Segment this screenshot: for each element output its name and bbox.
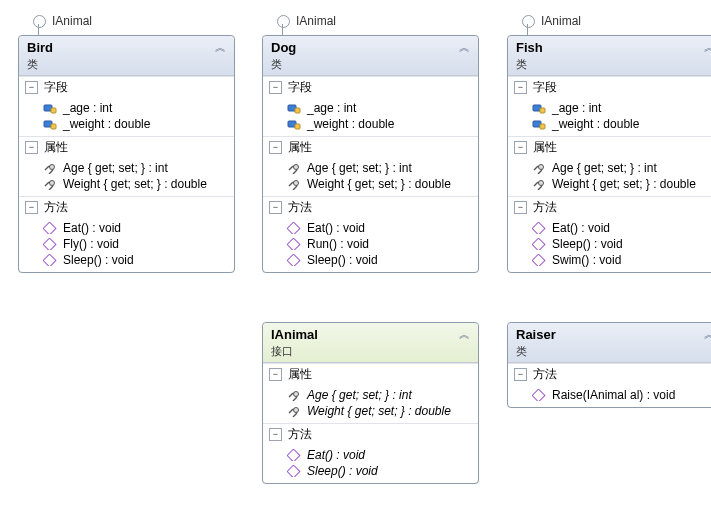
svg-point-22 xyxy=(539,165,544,170)
toggle-minus-icon[interactable]: − xyxy=(269,201,282,214)
toggle-minus-icon[interactable]: − xyxy=(269,368,282,381)
toggle-minus-icon[interactable]: − xyxy=(269,81,282,94)
section-members: Raise(IAnimal al) : void xyxy=(508,385,711,407)
section-header-properties[interactable]: −属性 xyxy=(263,363,478,385)
member-row[interactable]: Eat() : void xyxy=(19,220,234,236)
section-header-fields[interactable]: −字段 xyxy=(263,76,478,98)
svg-rect-16 xyxy=(287,238,300,250)
member-row[interactable]: Eat() : void xyxy=(263,220,478,236)
member-row[interactable]: Fly() : void xyxy=(19,236,234,252)
member-text: _weight : double xyxy=(552,117,639,131)
member-row[interactable]: Sleep() : void xyxy=(263,252,478,268)
section-header-methods[interactable]: −方法 xyxy=(508,363,711,385)
member-row[interactable]: Age { get; set; } : int xyxy=(508,160,711,176)
toggle-minus-icon[interactable]: − xyxy=(269,141,282,154)
member-row[interactable]: Weight { get; set; } : double xyxy=(19,176,234,192)
method-icon xyxy=(532,221,546,235)
member-row[interactable]: _weight : double xyxy=(508,116,711,132)
toggle-minus-icon[interactable]: − xyxy=(25,81,38,94)
field-icon xyxy=(287,101,301,115)
member-row[interactable]: _age : int xyxy=(508,100,711,116)
class-box-ianimal[interactable]: IAnimal接口︽−属性Age { get; set; } : intWeig… xyxy=(262,322,479,484)
member-row[interactable]: Run() : void xyxy=(263,236,478,252)
collapse-chevron-icon[interactable]: ︽ xyxy=(704,327,711,342)
member-row[interactable]: Sleep() : void xyxy=(508,236,711,252)
section-label: 方法 xyxy=(288,199,312,216)
property-icon xyxy=(287,404,301,418)
toggle-minus-icon[interactable]: − xyxy=(25,201,38,214)
collapse-chevron-icon[interactable]: ︽ xyxy=(459,327,470,342)
property-icon xyxy=(532,161,546,175)
class-header[interactable]: Dog类︽ xyxy=(263,36,478,76)
member-text: Run() : void xyxy=(307,237,369,251)
property-icon xyxy=(532,177,546,191)
class-header[interactable]: Fish类︽ xyxy=(508,36,711,76)
interface-lollipop: IAnimal xyxy=(277,14,336,28)
member-row[interactable]: Swim() : void xyxy=(508,252,711,268)
lollipop-stem-icon xyxy=(38,24,39,36)
class-header[interactable]: IAnimal接口︽ xyxy=(263,323,478,363)
svg-point-5 xyxy=(50,181,55,186)
member-row[interactable]: Sleep() : void xyxy=(19,252,234,268)
member-row[interactable]: Age { get; set; } : int xyxy=(263,160,478,176)
section-header-properties[interactable]: −属性 xyxy=(19,136,234,158)
member-row[interactable]: Sleep() : void xyxy=(263,463,478,479)
section-members: Eat() : voidRun() : voidSleep() : void xyxy=(263,218,478,272)
member-row[interactable]: Age { get; set; } : int xyxy=(19,160,234,176)
class-box-raiser[interactable]: Raiser类︽−方法Raise(IAnimal al) : void xyxy=(507,322,711,408)
member-text: Age { get; set; } : int xyxy=(307,161,412,175)
toggle-minus-icon[interactable]: − xyxy=(514,81,527,94)
collapse-chevron-icon[interactable]: ︽ xyxy=(215,40,226,55)
member-row[interactable]: _weight : double xyxy=(263,116,478,132)
section-header-methods[interactable]: −方法 xyxy=(508,196,711,218)
class-header[interactable]: Bird类︽ xyxy=(19,36,234,76)
member-row[interactable]: Eat() : void xyxy=(263,447,478,463)
class-name: Bird xyxy=(27,40,53,57)
toggle-minus-icon[interactable]: − xyxy=(514,141,527,154)
section-header-properties[interactable]: −属性 xyxy=(263,136,478,158)
member-text: Eat() : void xyxy=(307,448,365,462)
member-row[interactable]: Weight { get; set; } : double xyxy=(263,176,478,192)
property-icon xyxy=(287,161,301,175)
method-icon xyxy=(287,221,301,235)
section-header-fields[interactable]: −字段 xyxy=(19,76,234,98)
section-header-methods[interactable]: −方法 xyxy=(19,196,234,218)
class-box-bird[interactable]: IAnimalBird类︽−字段_age : int_weight : doub… xyxy=(18,35,235,273)
member-text: Eat() : void xyxy=(63,221,121,235)
section-header-properties[interactable]: −属性 xyxy=(508,136,711,158)
collapse-chevron-icon[interactable]: ︽ xyxy=(704,40,711,55)
class-header[interactable]: Raiser类︽ xyxy=(508,323,711,363)
member-text: _age : int xyxy=(307,101,356,115)
toggle-minus-icon[interactable]: − xyxy=(514,368,527,381)
svg-rect-3 xyxy=(51,124,56,129)
class-stereotype: 类 xyxy=(271,57,296,71)
section-members: Eat() : voidFly() : voidSleep() : void xyxy=(19,218,234,272)
section-header-methods[interactable]: −方法 xyxy=(263,196,478,218)
section-label: 方法 xyxy=(44,199,68,216)
toggle-minus-icon[interactable]: − xyxy=(514,201,527,214)
member-row[interactable]: Raise(IAnimal al) : void xyxy=(508,387,711,403)
lollipop-label: IAnimal xyxy=(52,14,92,28)
section-label: 方法 xyxy=(533,199,557,216)
member-row[interactable]: Eat() : void xyxy=(508,220,711,236)
svg-rect-24 xyxy=(532,222,545,234)
toggle-minus-icon[interactable]: − xyxy=(269,428,282,441)
member-text: Weight { get; set; } : double xyxy=(307,177,451,191)
class-box-dog[interactable]: IAnimalDog类︽−字段_age : int_weight : doubl… xyxy=(262,35,479,273)
member-row[interactable]: _weight : double xyxy=(19,116,234,132)
collapse-chevron-icon[interactable]: ︽ xyxy=(459,40,470,55)
section-header-fields[interactable]: −字段 xyxy=(508,76,711,98)
member-row[interactable]: _age : int xyxy=(263,100,478,116)
member-row[interactable]: Age { get; set; } : int xyxy=(263,387,478,403)
member-row[interactable]: Weight { get; set; } : double xyxy=(263,403,478,419)
property-icon xyxy=(43,161,57,175)
toggle-minus-icon[interactable]: − xyxy=(25,141,38,154)
class-box-fish[interactable]: IAnimalFish类︽−字段_age : int_weight : doub… xyxy=(507,35,711,273)
member-text: Swim() : void xyxy=(552,253,621,267)
svg-rect-10 xyxy=(295,108,300,113)
member-row[interactable]: Weight { get; set; } : double xyxy=(508,176,711,192)
member-row[interactable]: _age : int xyxy=(19,100,234,116)
section-header-methods[interactable]: −方法 xyxy=(263,423,478,445)
svg-rect-21 xyxy=(540,124,545,129)
field-icon xyxy=(287,117,301,131)
